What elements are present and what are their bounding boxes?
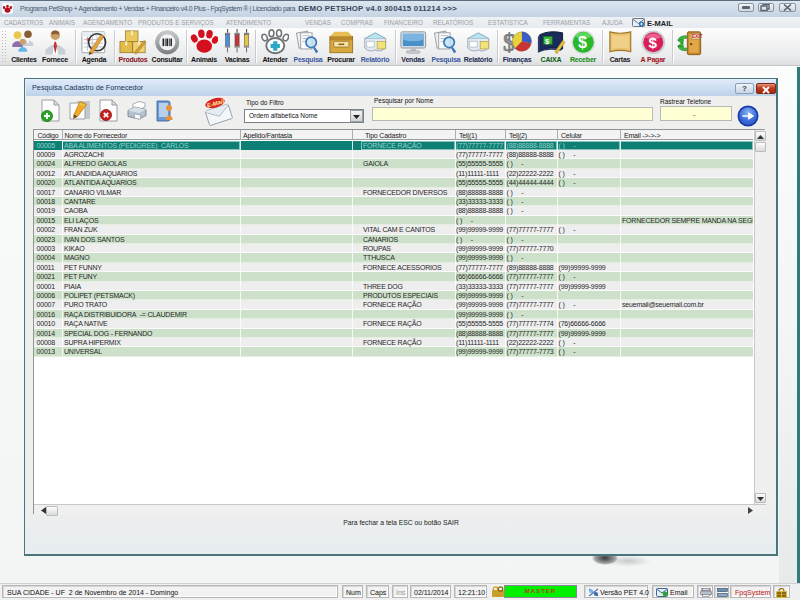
svg-text:$: $	[648, 34, 657, 51]
svg-text:$: $	[578, 33, 587, 51]
svg-text:EXIT: EXIT	[692, 34, 703, 39]
